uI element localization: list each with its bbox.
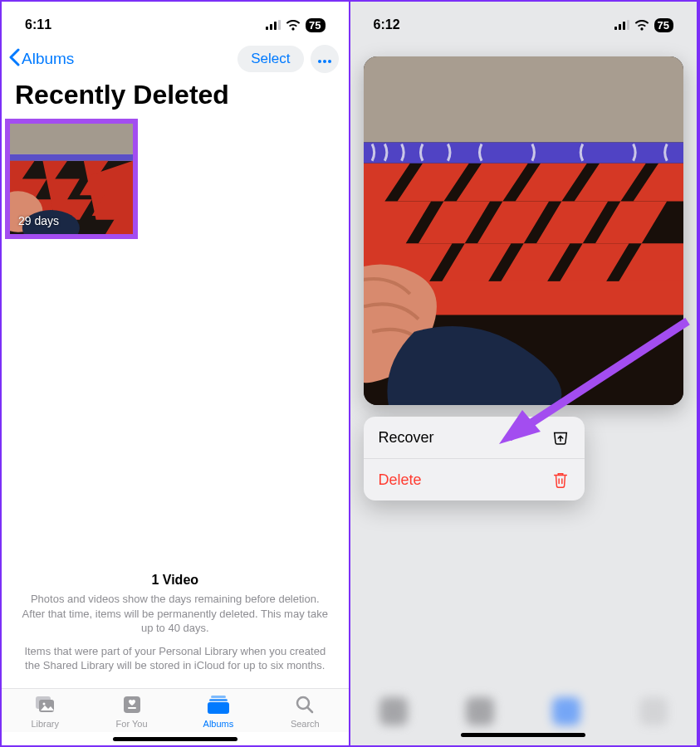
blurred-tab-bar (350, 697, 698, 725)
svg-point-14 (43, 703, 46, 706)
svg-rect-16 (128, 707, 136, 709)
wifi-icon (634, 20, 649, 31)
info-paragraph-2: Items that were part of your Personal Li… (18, 644, 332, 673)
svg-rect-26 (364, 56, 684, 142)
svg-rect-1 (270, 24, 272, 30)
tab-label: Albums (203, 719, 234, 729)
battery-indicator: 75 (654, 18, 673, 32)
svg-rect-0 (266, 27, 268, 30)
library-icon (32, 694, 57, 717)
status-bar: 6:12 75 (350, 2, 698, 38)
screen-context-menu: 6:12 75 (350, 2, 699, 745)
info-paragraph-1: Photos and videos show the days remainin… (18, 592, 332, 636)
status-bar: 6:11 75 (2, 2, 349, 38)
status-time: 6:11 (25, 17, 51, 32)
chevron-left-icon (8, 48, 20, 71)
tab-library[interactable]: Library (16, 694, 74, 729)
tab-label: Search (291, 719, 320, 729)
back-button[interactable]: Albums (8, 48, 74, 71)
status-indicators: 75 (266, 18, 325, 32)
photo-preview[interactable] (364, 56, 684, 405)
info-title: 1 Video (18, 571, 332, 589)
albums-icon (206, 694, 231, 717)
svg-point-4 (318, 60, 321, 63)
tab-label: For You (116, 719, 148, 729)
tab-bar: Library For You Albums Search (2, 688, 349, 732)
wifi-icon (286, 20, 301, 31)
search-icon (292, 694, 317, 717)
home-indicator[interactable] (461, 733, 585, 737)
context-menu: Recover Delete (364, 417, 585, 500)
svg-rect-24 (623, 22, 625, 30)
page-title: Recently Deleted (2, 78, 349, 119)
trash-icon (551, 471, 570, 489)
svg-rect-7 (10, 124, 133, 154)
svg-point-5 (323, 60, 326, 63)
status-time: 6:12 (374, 17, 400, 32)
svg-rect-23 (619, 24, 621, 30)
menu-label: Recover (379, 429, 434, 447)
svg-rect-17 (211, 696, 226, 698)
nav-actions: Select (237, 45, 338, 73)
tab-label: Library (31, 719, 59, 729)
menu-recover[interactable]: Recover (364, 417, 585, 459)
svg-rect-25 (627, 20, 629, 30)
svg-rect-8 (10, 154, 133, 161)
status-indicators: 75 (614, 18, 673, 32)
ellipsis-icon (317, 51, 332, 68)
photo-grid: 29 days (2, 119, 349, 239)
nav-bar: Albums Select (2, 38, 349, 78)
tab-albums[interactable]: Albums (189, 694, 247, 729)
svg-rect-3 (278, 20, 281, 30)
cellular-icon (614, 20, 629, 30)
tab-search[interactable]: Search (276, 694, 334, 729)
cellular-icon (266, 20, 281, 30)
for-you-icon (120, 694, 144, 717)
more-button[interactable] (311, 45, 339, 73)
svg-line-21 (307, 707, 312, 712)
svg-rect-19 (208, 702, 229, 714)
svg-rect-18 (209, 699, 228, 701)
menu-label: Delete (379, 471, 422, 489)
back-label: Albums (22, 50, 74, 68)
battery-indicator: 75 (306, 18, 325, 32)
home-indicator[interactable] (113, 737, 237, 741)
svg-point-6 (328, 60, 331, 63)
menu-delete[interactable]: Delete (364, 459, 585, 500)
svg-rect-22 (614, 27, 617, 30)
select-button[interactable]: Select (237, 46, 303, 72)
svg-rect-2 (274, 22, 277, 30)
screen-recently-deleted: 6:11 75 Albums Select (2, 2, 350, 745)
info-section: 1 Video Photos and videos show the days … (2, 571, 349, 688)
days-remaining-label: 29 days (18, 214, 59, 227)
tab-for-you[interactable]: For You (103, 694, 161, 729)
photo-thumbnail[interactable]: 29 days (5, 119, 138, 239)
recover-icon (551, 428, 570, 447)
